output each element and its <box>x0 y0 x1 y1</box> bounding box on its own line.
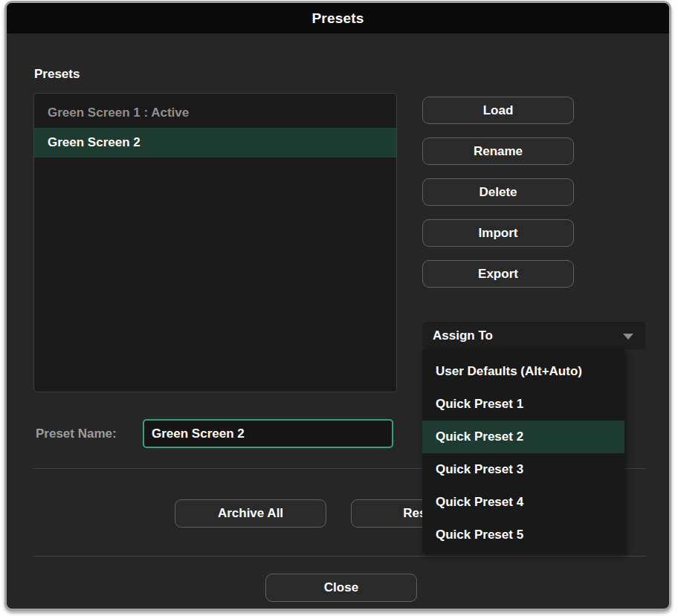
rename-button[interactable]: Rename <box>422 137 574 165</box>
list-item-label: Green Screen 2 <box>48 135 141 150</box>
assign-to-label: Assign To <box>433 328 493 343</box>
menu-item-quick-preset-2[interactable]: Quick Preset 2 <box>422 421 624 453</box>
load-button[interactable]: Load <box>422 97 574 124</box>
menu-item-label: Quick Preset 1 <box>436 397 523 412</box>
dialog-titlebar: Presets <box>7 3 669 33</box>
delete-button[interactable]: Delete <box>422 178 574 206</box>
menu-item-label: Quick Preset 3 <box>436 462 523 477</box>
menu-item-label: User Defaults (Alt+Auto) <box>436 364 582 379</box>
screenshot-stage: Presets Presets Green Screen 1 : Active … <box>0 0 678 616</box>
menu-item-label: Quick Preset 5 <box>436 528 523 542</box>
preset-name-label: Preset Name: <box>36 427 117 441</box>
menu-item-quick-preset-5[interactable]: Quick Preset 5 <box>422 519 624 551</box>
list-item-green-screen-2[interactable]: Green Screen 2 <box>34 128 396 158</box>
assign-to-select[interactable]: Assign To <box>422 322 645 349</box>
close-button[interactable]: Close <box>265 574 417 602</box>
menu-item-quick-preset-1[interactable]: Quick Preset 1 <box>422 388 624 421</box>
export-button[interactable]: Export <box>422 260 574 288</box>
list-item-label: Green Screen 1 : Active <box>48 106 189 120</box>
list-item-green-screen-1[interactable]: Green Screen 1 : Active <box>34 98 396 128</box>
menu-item-label: Quick Preset 4 <box>436 495 523 510</box>
menu-item-quick-preset-3[interactable]: Quick Preset 3 <box>422 453 624 486</box>
archive-all-button[interactable]: Archive All <box>175 499 326 528</box>
presets-list: Green Screen 1 : Active Green Screen 2 <box>33 93 397 392</box>
presets-section-label: Presets <box>34 67 80 82</box>
preset-name-input[interactable] <box>143 419 393 448</box>
menu-item-label: Quick Preset 2 <box>436 429 523 444</box>
assign-to-dropdown-menu: User Defaults (Alt+Auto) Quick Preset 1 … <box>422 349 624 554</box>
presets-dialog: Presets Presets Green Screen 1 : Active … <box>4 1 671 611</box>
dialog-title: Presets <box>311 10 364 27</box>
chevron-down-icon <box>623 334 633 340</box>
menu-item-user-defaults[interactable]: User Defaults (Alt+Auto) <box>422 355 624 388</box>
import-button[interactable]: Import <box>422 219 574 247</box>
divider <box>33 556 646 557</box>
menu-item-quick-preset-4[interactable]: Quick Preset 4 <box>422 486 624 519</box>
